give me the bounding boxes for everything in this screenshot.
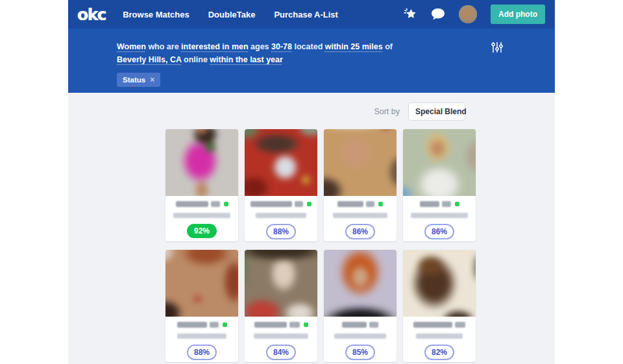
filter-sentence-text: ages xyxy=(249,42,271,51)
match-card-info: 92% xyxy=(165,196,238,238)
filter-criterion-link[interactable]: Women xyxy=(117,42,146,51)
match-grid: 92%88%86%86%88%84%85%82% xyxy=(165,129,476,362)
age-blur-block xyxy=(289,322,300,328)
messages-bubble-icon[interactable] xyxy=(431,7,445,21)
location-blur-block xyxy=(334,334,386,339)
location-blur-block xyxy=(177,334,226,339)
match-percentage-badge[interactable]: 86% xyxy=(424,224,454,239)
page: okc Browse MatchesDoubleTakePurchase A-L… xyxy=(68,0,555,364)
match-card[interactable]: 82% xyxy=(403,250,476,362)
match-name-redacted xyxy=(403,200,476,207)
name-blur-block xyxy=(176,201,208,207)
match-name-redacted xyxy=(245,200,317,207)
add-photo-button[interactable]: Add photo xyxy=(491,5,545,24)
okcupid-logo[interactable]: okc xyxy=(77,5,106,24)
match-percentage-badge[interactable]: 84% xyxy=(266,345,296,360)
location-blur-block xyxy=(256,213,306,218)
age-blur-block xyxy=(442,201,451,207)
filter-sentence: Women who are interested in men ages 30-… xyxy=(117,40,436,67)
online-indicator xyxy=(307,202,312,206)
match-percentage-badge[interactable]: 85% xyxy=(345,345,375,360)
match-photo-blurred[interactable] xyxy=(165,250,238,317)
match-photo-blurred[interactable] xyxy=(245,129,317,196)
online-indicator xyxy=(304,322,308,327)
match-card-info: 88% xyxy=(245,196,317,239)
sort-dropdown[interactable]: Special Blend xyxy=(408,103,465,121)
filter-sliders-icon[interactable] xyxy=(491,41,504,54)
match-name-redacted xyxy=(324,200,397,207)
match-photo-blurred[interactable] xyxy=(403,250,476,317)
name-blur-block xyxy=(342,322,367,328)
nav-item-purchase-a-list[interactable]: Purchase A-List xyxy=(274,10,338,19)
match-location-redacted xyxy=(245,213,317,218)
filter-criterion-link[interactable]: Beverly Hills, CA xyxy=(117,55,182,64)
match-name-redacted xyxy=(165,200,238,207)
match-percentage-badge[interactable]: 86% xyxy=(345,224,375,239)
match-photo-blurred[interactable] xyxy=(245,250,317,317)
online-indicator xyxy=(378,202,383,206)
match-card[interactable]: 92% xyxy=(165,129,238,241)
matches-main: Sort by Special Blend 92%88%86%86%88%84%… xyxy=(68,93,555,364)
photo-pixelation-layer xyxy=(403,129,476,196)
match-location-redacted xyxy=(165,213,238,218)
filter-criterion-link[interactable]: 30-78 xyxy=(271,42,292,51)
filter-criterion-link[interactable]: within the last year xyxy=(210,55,283,64)
photo-pixelation-layer xyxy=(324,129,397,196)
match-percentage-badge[interactable]: 88% xyxy=(187,345,217,360)
match-card[interactable]: 88% xyxy=(245,129,317,241)
filter-criterion-link[interactable]: within 25 miles xyxy=(325,42,383,51)
match-photo-blurred[interactable] xyxy=(165,129,238,196)
status-filter-chip[interactable]: Status × xyxy=(117,73,160,87)
photo-pixelation-layer xyxy=(245,129,317,196)
match-percentage-badge[interactable]: 82% xyxy=(424,345,454,360)
location-blur-block xyxy=(416,334,463,339)
match-photo-blurred[interactable] xyxy=(403,129,476,196)
online-indicator xyxy=(455,202,459,206)
match-card[interactable]: 86% xyxy=(324,129,397,241)
sort-by-label: Sort by xyxy=(374,107,400,116)
match-card-info: 84% xyxy=(245,317,317,360)
match-card-info: 86% xyxy=(403,196,476,239)
match-name-redacted xyxy=(403,321,476,328)
sort-selected-value: Special Blend xyxy=(415,107,467,116)
age-blur-block xyxy=(210,322,219,328)
location-blur-block xyxy=(173,213,230,218)
age-blur-block xyxy=(366,201,374,207)
match-location-redacted xyxy=(403,213,476,218)
match-percentage-badge[interactable]: 88% xyxy=(266,224,296,239)
match-card[interactable]: 86% xyxy=(403,129,476,241)
name-blur-block xyxy=(177,322,207,328)
match-card-info: 82% xyxy=(403,317,476,360)
location-blur-block xyxy=(411,213,468,218)
match-photo-blurred[interactable] xyxy=(324,129,397,196)
doubletake-star-icon[interactable] xyxy=(403,7,417,21)
nav-right: Add photo xyxy=(403,5,545,24)
photo-pixelation-layer xyxy=(245,250,317,317)
age-blur-block xyxy=(211,201,220,207)
match-card[interactable]: 88% xyxy=(165,250,238,362)
age-blur-block xyxy=(295,201,303,207)
photo-pixelation-layer xyxy=(403,250,476,317)
status-chip-label: Status xyxy=(123,76,145,84)
match-card[interactable]: 84% xyxy=(245,250,317,362)
match-card-info: 86% xyxy=(324,196,397,239)
filter-sentence-text: of xyxy=(383,42,393,51)
age-blur-block xyxy=(369,322,378,328)
photo-pixelation-layer xyxy=(165,250,238,317)
filter-banner: Women who are interested in men ages 30-… xyxy=(68,29,555,93)
match-location-redacted xyxy=(324,334,397,339)
match-location-redacted xyxy=(403,334,476,339)
location-blur-block xyxy=(333,213,387,218)
filter-criterion-link[interactable]: interested in men xyxy=(181,42,249,51)
profile-avatar[interactable] xyxy=(459,5,477,23)
match-name-redacted xyxy=(245,321,317,328)
nav-item-browse-matches[interactable]: Browse Matches xyxy=(123,10,189,19)
match-card[interactable]: 85% xyxy=(324,250,397,362)
match-photo-blurred[interactable] xyxy=(324,250,397,317)
location-blur-block xyxy=(254,334,308,339)
match-percentage-badge[interactable]: 92% xyxy=(187,224,217,238)
match-location-redacted xyxy=(324,213,397,218)
chip-close-icon[interactable]: × xyxy=(150,76,154,84)
match-location-redacted xyxy=(165,334,238,339)
nav-item-doubletake[interactable]: DoubleTake xyxy=(208,10,256,19)
